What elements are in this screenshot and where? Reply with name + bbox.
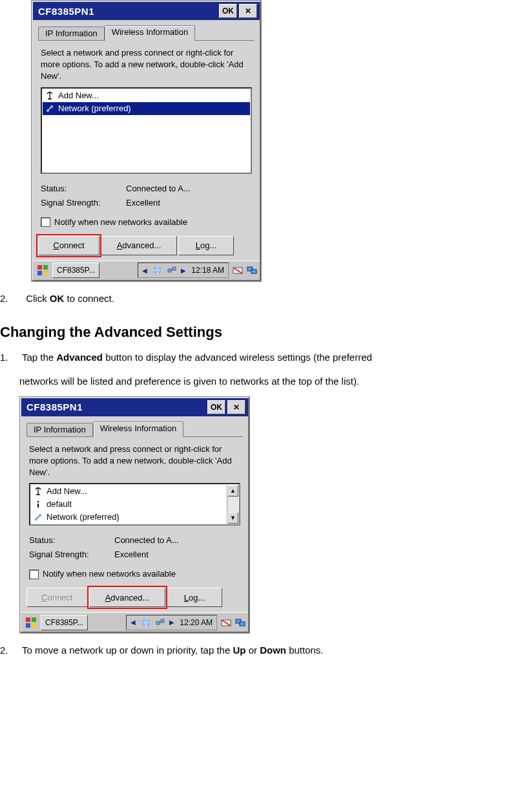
notify-label: Notify when new networks available <box>43 568 176 580</box>
signal-value: Excellent <box>126 197 160 209</box>
ok-label: OK <box>211 403 222 412</box>
button-label: Advanced... <box>105 593 150 603</box>
network-list[interactable]: Add New... default Network <box>29 483 240 526</box>
connection-tray-icon[interactable] <box>155 617 165 628</box>
list-item[interactable]: Network (preferred) <box>43 102 250 115</box>
connect-button[interactable]: Connect <box>26 588 88 607</box>
network-list[interactable]: Add New... Network (preferred) <box>41 87 252 174</box>
antenna-icon <box>34 487 43 496</box>
status-label: Status: <box>29 535 114 546</box>
status-value: Connected to A... <box>114 535 179 546</box>
connection-tray-icon[interactable] <box>167 265 177 275</box>
log-button[interactable]: Log... <box>167 588 222 607</box>
keyboard-tray-icon[interactable] <box>221 617 231 628</box>
step-text-bold2: Down <box>260 645 286 656</box>
svg-rect-9 <box>172 267 176 270</box>
tab-ip-information[interactable]: IP Information <box>26 423 93 437</box>
highlight-advanced: Advanced... <box>89 588 165 607</box>
svg-line-19 <box>37 517 39 518</box>
network-list-inner: Add New... Network (preferred) <box>43 89 250 172</box>
list-item[interactable]: default <box>31 498 227 511</box>
window-wireless-1: CF8385PN1 OK IP Information Wireless Inf… <box>31 0 262 282</box>
notify-checkbox[interactable] <box>41 217 50 227</box>
scroll-up-button[interactable]: ▲ <box>227 485 238 497</box>
notify-checkbox[interactable] <box>29 570 39 579</box>
tab-ip-information[interactable]: IP Information <box>38 27 105 41</box>
step-number: 2. <box>0 290 23 307</box>
tray-arrow2-icon[interactable]: ▶ <box>169 619 174 626</box>
tabs: IP Information Wireless Information <box>21 416 248 437</box>
signal-label: Signal Strength: <box>29 549 114 561</box>
scroll-track[interactable] <box>227 497 238 512</box>
taskbar-clock: 12:20 AM <box>180 618 213 627</box>
tray: ◀ ▶ 12:18 AM <box>138 262 257 278</box>
taskbar: CF8385P... ◀ ▶ 12:18 AM <box>33 261 260 280</box>
status-row: Status: Connected to A... <box>29 535 240 546</box>
log-button[interactable]: Log... <box>178 236 234 255</box>
tab-divider <box>195 40 255 41</box>
taskbar-item[interactable]: CF8385P... <box>41 615 88 630</box>
close-button[interactable] <box>227 400 245 414</box>
notify-row: Notify when new networks available <box>29 568 240 580</box>
svg-rect-23 <box>32 623 36 628</box>
scrollbar[interactable]: ▲ ▼ <box>227 485 238 524</box>
start-icon[interactable] <box>36 263 50 277</box>
step-text-bold: OK <box>50 293 65 304</box>
tab-wireless-information[interactable]: Wireless Information <box>93 422 183 437</box>
section-heading: Changing the Advanced Settings <box>0 324 511 341</box>
tray-arrow-icon[interactable]: ◀ <box>142 267 147 274</box>
window-title: CF8385PN1 <box>24 401 205 412</box>
help-text: Select a network and press connect or ri… <box>41 47 252 82</box>
tab-label: IP Information <box>34 425 86 434</box>
svg-point-15 <box>37 501 39 503</box>
step-number: 1. <box>0 348 19 366</box>
svg-rect-16 <box>37 504 39 508</box>
network-tray-icon[interactable] <box>152 265 163 275</box>
list-item[interactable]: Network (preferred) <box>31 511 227 524</box>
list-item-label: Network (preferred) <box>58 103 131 114</box>
notify-row: Notify when new networks available <box>41 217 252 228</box>
network-icon <box>45 104 54 113</box>
tabs: IP Information Wireless Information <box>33 20 260 41</box>
ok-button[interactable]: OK <box>207 400 225 414</box>
status-area: Status: Connected to A... Signal Strengt… <box>41 183 252 209</box>
list-item-add-new[interactable]: Add New... <box>43 89 250 102</box>
button-label: Connect <box>41 593 72 603</box>
signal-row: Signal Strength: Excellent <box>29 549 240 561</box>
list-item-add-new[interactable]: Add New... <box>31 485 227 498</box>
list-item-label: Network (preferred) <box>47 511 120 523</box>
svg-line-2 <box>49 107 51 109</box>
tray-arrow2-icon[interactable]: ▶ <box>181 267 186 274</box>
taskbar-item-label: CF8385P... <box>57 266 95 275</box>
network-icon <box>34 513 43 522</box>
svg-rect-26 <box>161 619 164 623</box>
titlebar: CF8385PN1 OK <box>21 398 248 416</box>
start-icon[interactable] <box>24 615 38 630</box>
desktop-tray-icon[interactable] <box>235 617 245 628</box>
svg-rect-14 <box>251 270 256 273</box>
button-label: Log... <box>184 593 205 603</box>
scroll-down-button[interactable]: ▼ <box>227 512 238 524</box>
taskbar-clock: 12:18 AM <box>191 266 224 275</box>
advanced-button[interactable]: Advanced... <box>89 588 165 607</box>
signal-row: Signal Strength: Excellent <box>41 197 252 209</box>
client-area: IP Information Wireless Information Sele… <box>33 20 260 261</box>
keyboard-tray-icon[interactable] <box>233 265 243 275</box>
antenna-icon <box>45 91 54 100</box>
step-text-pre: To move a network up or down in priority… <box>22 645 233 656</box>
close-button[interactable] <box>239 4 257 18</box>
status-label: Status: <box>41 183 126 195</box>
desktop-tray-icon[interactable] <box>247 265 257 275</box>
tray-arrow-icon[interactable]: ◀ <box>130 619 136 626</box>
advanced-button[interactable]: Advanced... <box>101 236 177 255</box>
tab-wireless-information[interactable]: Wireless Information <box>105 25 195 41</box>
step-text-post: button to display the advanced wireless … <box>103 352 372 363</box>
connect-button[interactable]: Connect <box>38 236 99 255</box>
button-label: Connect <box>53 240 84 250</box>
network-tray-icon[interactable] <box>141 617 151 628</box>
taskbar-item[interactable]: CF8385P... <box>52 262 99 278</box>
window-inner: CF8385PN1 OK IP Information Wireless Inf… <box>20 397 249 634</box>
taskbar: CF8385P... ◀ ▶ 12:20 AM <box>21 612 248 632</box>
ok-button[interactable]: OK <box>219 4 237 18</box>
step-text-pre: Click <box>26 293 50 304</box>
